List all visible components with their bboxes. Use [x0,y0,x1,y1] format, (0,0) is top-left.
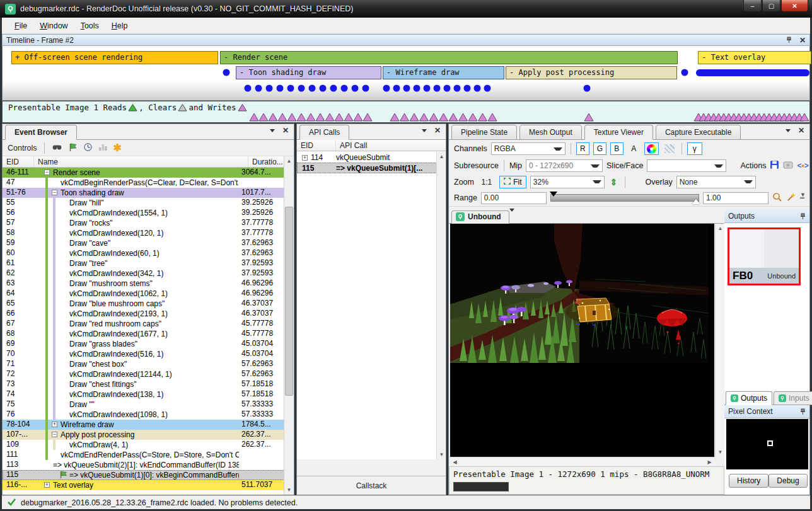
slice-face-select[interactable] [647,159,726,172]
resource-usage-strip[interactable]: Presentable Image 1 Reads , Clears and W… [2,101,810,123]
scroll-up-icon[interactable]: ▲ [716,224,725,233]
time-durations-icon[interactable] [83,142,93,154]
overlay-select[interactable]: None [676,176,756,188]
table-row[interactable]: 73Draw "chest fittings"57.18518 [3,379,284,389]
table-row[interactable]: 115=> vkQueueSubmit(1)[... [297,163,446,173]
minimize-button[interactable]: – [743,0,762,12]
find-icon[interactable] [52,142,62,153]
pin-icon[interactable] [800,408,806,415]
range-min-input[interactable]: 0.00 [481,192,547,204]
table-row[interactable]: 72vkCmdDrawIndexed(12144, 1)57.62963 [3,369,284,379]
close-button[interactable]: ✕ [781,0,808,12]
zoom-fit-button[interactable]: Fit [499,176,526,188]
tab-api-calls[interactable]: API Calls [299,125,349,140]
table-row[interactable]: 76vkCmdDrawIndexed(1098, 1)57.33333 [3,410,284,420]
api-table-header[interactable]: EID API Call [297,140,446,151]
framebuffer-thumbnail[interactable]: FB0 Unbound [728,227,801,285]
api-calls-scrollbar[interactable]: ▲ ▼ [436,152,446,459]
tab-capture-executable[interactable]: Capture Executable [656,125,741,140]
table-row[interactable]: 62vkCmdDrawIndexed(342, 1)37.92593 [3,268,284,278]
panel-menu-icon[interactable] [270,129,275,132]
panel-menu-icon[interactable] [422,129,427,132]
table-row[interactable]: 64vkCmdDrawIndexed(1062, 1)46.96296 [3,289,284,299]
event-table-header[interactable]: EID Name Duratio... [3,156,294,168]
table-row[interactable]: 58vkCmdDrawIndexed(120, 1)37.77778 [3,228,284,238]
table-row[interactable]: 51-76−Toon shading draw1017.7... [3,188,284,198]
scroll-up-icon[interactable]: ▲ [437,152,446,161]
checkerboard-background-button[interactable] [663,142,676,155]
table-row[interactable]: 47vkCmdBeginRenderPass(C=Clear, D=Clear,… [3,178,284,188]
table-row[interactable]: 63Draw "mushroom stems"46.96296 [3,278,284,289]
table-row[interactable]: 57Draw "rocks"37.77778 [3,218,284,228]
table-row[interactable]: 70vkCmdDrawIndexed(516, 1)45.03704 [3,349,284,359]
table-row[interactable]: 46-111−Render scene3064.7... [3,168,284,178]
scrollbar-thumb[interactable] [285,207,293,396]
zoom-select[interactable]: 32% [530,176,605,188]
tab-inputs[interactable]: Inputs [774,391,812,405]
maximize-button[interactable]: ▢ [762,0,780,12]
range-max-input[interactable]: 1.00 [703,192,768,204]
table-row[interactable]: 71Draw "chest box"57.62963 [3,359,284,369]
tab-outputs[interactable]: Outputs [726,391,772,405]
save-icon[interactable] [770,160,779,171]
scroll-right-icon[interactable]: ▶ [705,457,714,467]
menu-window[interactable]: Window [33,20,74,32]
texture-image[interactable] [450,224,714,457]
bookmark-icon[interactable]: ✱ [113,144,122,152]
range-extra-dropdown-icon[interactable]: ▼▔ [800,192,806,204]
table-row[interactable]: 109vkCmdDraw(4, 1)262.37... [3,440,284,450]
scroll-down-icon[interactable]: ▼ [284,485,294,495]
menu-help[interactable]: Help [105,20,134,32]
zoom-1to1-button[interactable]: 1:1 [478,176,496,188]
tab-event-browser[interactable]: Event Browser [5,125,77,140]
table-row[interactable]: 111vkCmdEndRenderPass(C=Store, D=Store, … [3,450,284,460]
table-row[interactable]: 68vkCmdDrawIndexed(1677, 1)45.77778 [3,329,284,339]
channel-a-button[interactable]: A [627,142,641,155]
goto-resource-icon[interactable]: <⬩> [797,161,808,170]
channels-select[interactable]: RGBA [491,142,566,155]
pixel-context-header[interactable]: Pixel Context [724,405,809,418]
mip-select[interactable]: 0 - 1272x690 [526,159,603,172]
scroll-down-icon[interactable]: ▼ [716,447,725,457]
collapse-icon[interactable]: − [44,169,50,175]
zoom-range-icon[interactable] [772,192,782,204]
texture-vertical-scrollbar[interactable]: ▲ ▼ [715,224,724,457]
tab-mesh-output[interactable]: Mesh Output [519,125,582,140]
range-white-point-handle[interactable] [692,199,700,204]
channel-r-button[interactable]: R [576,142,589,155]
channel-g-button[interactable]: G [593,142,606,155]
scroll-down-icon[interactable]: ▼ [437,450,446,459]
table-row[interactable]: 115=> vkQueueSubmit(1)[0]: vkBeginComman… [3,470,284,480]
tab-texture-viewer[interactable]: Texture Viewer [584,125,653,140]
expand-icon[interactable]: + [52,422,57,427]
expand-icon[interactable]: + [302,155,308,161]
timeline-panel-header[interactable]: Timeline - Frame #2 ✕ [2,34,810,46]
autofit-range-icon[interactable] [786,192,796,204]
gamma-button[interactable]: γ [687,142,702,155]
close-icon[interactable]: ✕ [282,127,289,134]
jump-to-eid-icon[interactable] [68,142,78,154]
collapse-icon[interactable]: − [52,432,57,437]
texture-horizontal-scrollbar[interactable]: ◀ ▶ [450,457,714,466]
table-row[interactable]: 74vkCmdDrawIndexed(138, 1)57.18518 [3,389,284,399]
table-row[interactable]: 69Draw "grass blades"45.03704 [3,339,284,349]
close-icon[interactable]: ✕ [798,127,804,134]
table-row[interactable]: 59Draw "cave"37.62963 [3,238,284,248]
tab-current-texture[interactable]: Unbound [451,210,509,224]
table-row[interactable]: 66vkCmdDrawIndexed(2193, 1)46.37037 [3,309,284,319]
texture-list-dropdown-icon[interactable] [509,209,514,222]
table-row[interactable]: 56vkCmdDrawIndexed(1554, 1)39.25926 [3,208,284,218]
debug-button[interactable]: Debug [768,474,807,488]
close-icon[interactable]: ✕ [799,37,806,43]
channel-b-button[interactable]: B [610,142,624,155]
open-texture-list-icon[interactable] [783,161,793,171]
table-row[interactable]: 65Draw "blue mushroom caps"46.37037 [3,299,284,309]
table-row[interactable]: +114vkQueueSubmit [297,152,446,163]
collapse-icon[interactable]: − [52,190,57,195]
outputs-section-header[interactable]: Outputs [724,210,809,223]
history-button[interactable]: History [729,474,768,488]
scroll-up-icon[interactable]: ▲ [284,156,294,166]
title-bar[interactable]: debugmarker.rdc - RenderDoc Unofficial r… [0,0,812,18]
tab-pipeline-state[interactable]: Pipeline State [451,125,517,140]
table-row[interactable]: 107-...−Apply post processing262.37... [3,430,284,440]
